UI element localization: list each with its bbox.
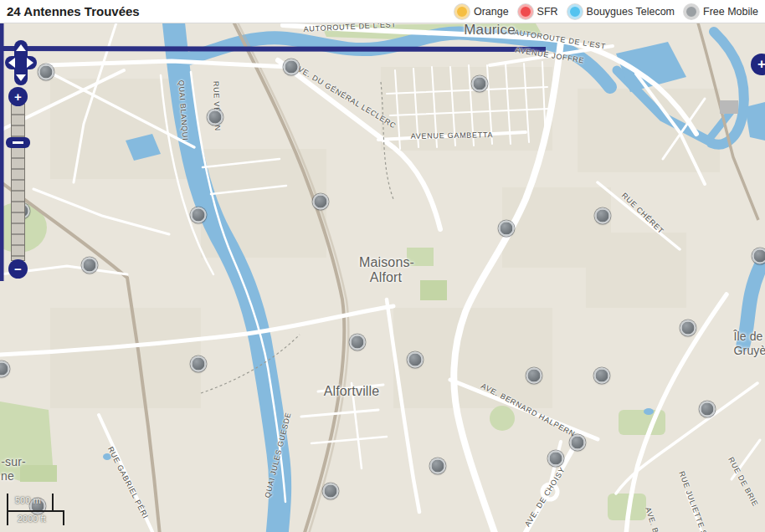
legend-label: SFR xyxy=(537,6,558,18)
legend-label: Free Mobile xyxy=(703,6,758,18)
legend-item-sfr: SFR xyxy=(518,4,558,19)
antenna-marker[interactable] xyxy=(82,258,98,274)
antenna-marker[interactable] xyxy=(680,320,696,336)
legend-label: Bouygues Telecom xyxy=(587,6,675,18)
zoom-in-button[interactable]: + xyxy=(8,87,28,106)
legend-swatch-sfr xyxy=(518,4,533,19)
antenna-marker[interactable] xyxy=(570,435,586,451)
scale-imperial-label: 2000 ft xyxy=(18,514,46,524)
legend-item-orange: Orange xyxy=(454,4,509,19)
legend-label: Orange xyxy=(474,6,509,18)
zoom-slider-track[interactable] xyxy=(11,104,25,261)
legend-swatch-bouygues-telecom xyxy=(567,4,583,19)
antenna-marker[interactable] xyxy=(430,458,446,474)
legend-swatch-orange xyxy=(454,4,470,19)
city-label: ne xyxy=(1,469,14,483)
city-label: -sur- xyxy=(1,455,25,468)
street-label: AVENUE GAMBETTA xyxy=(411,130,494,141)
antenna-map-app: 24 Antennes Trouvées OrangeSFRBouygues T… xyxy=(0,0,765,532)
antenna-marker[interactable] xyxy=(39,64,54,80)
pan-right-button[interactable] xyxy=(27,58,33,68)
antenna-marker[interactable] xyxy=(752,248,765,264)
map-canvas[interactable]: AUTOROUTE DE L'ESTAUTOROUTE DE L'ESTAVEN… xyxy=(0,23,765,532)
city-label: Île de xyxy=(733,330,762,343)
legend-swatch-free-mobile xyxy=(684,4,699,19)
antenna-marker[interactable] xyxy=(499,221,515,237)
antenna-marker[interactable] xyxy=(208,110,223,125)
scale-bar-metric-tick xyxy=(52,494,54,510)
antenna-marker[interactable] xyxy=(700,402,716,417)
antenna-marker[interactable] xyxy=(313,194,329,210)
header-bar: 24 Antennes Trouvées OrangeSFRBouygues T… xyxy=(0,0,765,23)
pan-up-button[interactable] xyxy=(16,44,26,51)
antenna-marker[interactable] xyxy=(526,368,542,384)
scale-bar-left-tick xyxy=(7,494,8,525)
city-label: Alfort xyxy=(370,270,402,285)
city-label: Maurice xyxy=(464,23,516,38)
legend-item-bouygues-telecom: Bouygues Telecom xyxy=(567,4,675,19)
operator-legend: OrangeSFRBouygues TelecomFree Mobile xyxy=(454,4,758,19)
scale-bar-imperial-tick xyxy=(63,510,64,525)
antenna-marker[interactable] xyxy=(323,483,339,499)
city-label: Gruyè xyxy=(734,344,765,357)
antenna-marker[interactable] xyxy=(472,76,488,92)
antenna-marker[interactable] xyxy=(191,207,207,223)
antenna-marker[interactable] xyxy=(350,335,366,350)
scale-metric-label: 500 m xyxy=(15,495,41,505)
antenna-marker[interactable] xyxy=(191,356,207,372)
pan-down-button[interactable] xyxy=(16,74,26,81)
zoom-slider-handle[interactable] xyxy=(6,137,30,148)
antenna-marker[interactable] xyxy=(408,352,424,368)
city-label: Alfortville xyxy=(324,384,380,399)
antenna-marker[interactable] xyxy=(595,208,611,224)
antenna-marker[interactable] xyxy=(284,59,300,75)
zoom-out-button[interactable]: − xyxy=(8,259,28,279)
antenna-marker[interactable] xyxy=(548,451,564,467)
antenna-marker[interactable] xyxy=(594,368,610,384)
city-label: Maisons- xyxy=(359,255,414,270)
legend-item-free-mobile: Free Mobile xyxy=(684,4,758,19)
pan-left-button[interactable] xyxy=(8,58,15,68)
pan-control xyxy=(5,40,37,87)
scale-bar-line xyxy=(7,510,64,512)
page-title: 24 Antennes Trouvées xyxy=(7,4,140,18)
